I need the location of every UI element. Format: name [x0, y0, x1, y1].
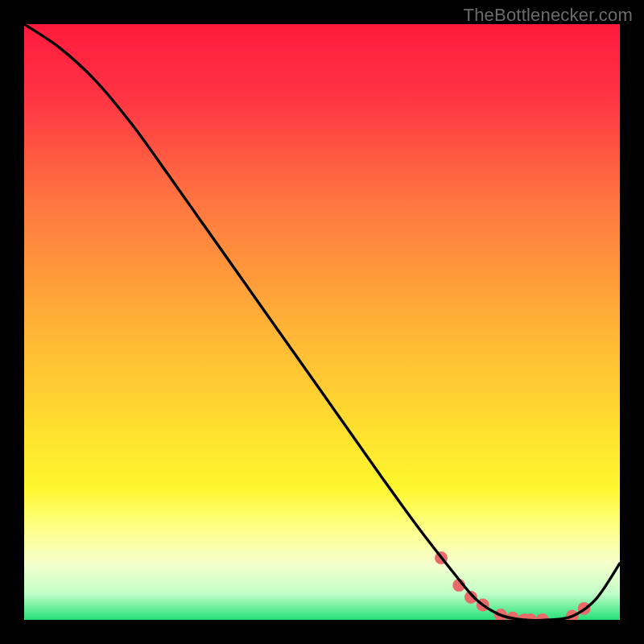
- bottleneck-chart: [0, 0, 644, 644]
- chart-stage: TheBottlenecker.com: [0, 0, 644, 644]
- gradient-background: [24, 24, 620, 620]
- watermark-text: TheBottlenecker.com: [464, 5, 633, 26]
